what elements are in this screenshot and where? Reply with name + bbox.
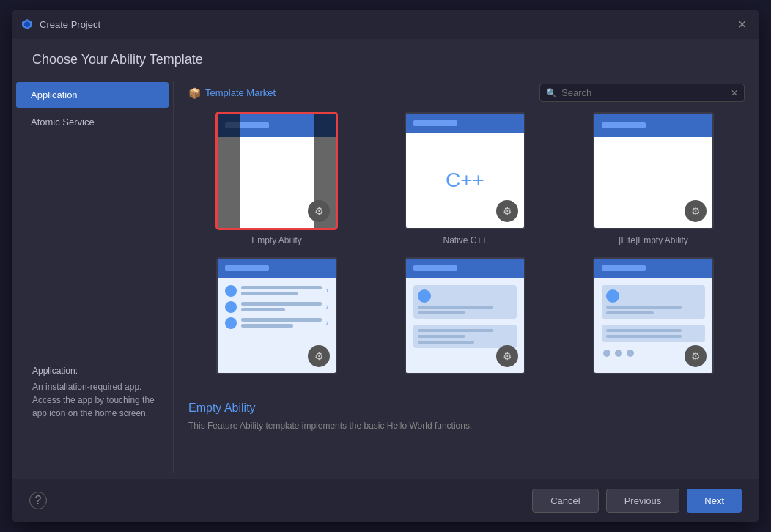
grid-line-4 xyxy=(418,335,465,338)
main-area: Application Atomic Service Application: … xyxy=(12,75,759,479)
list-circle-3 xyxy=(225,317,237,329)
search-icon: 🔍 xyxy=(546,88,557,98)
template-label-lite-empty: [Lite]Empty Ability xyxy=(619,235,688,245)
phone-bar-2 xyxy=(406,114,524,133)
template-header: 📦 Template Market 🔍 ✕ xyxy=(188,84,745,102)
dot-1 xyxy=(603,350,610,357)
grid-line-8 xyxy=(606,329,682,332)
sidebar-item-atomic-service[interactable]: Atomic Service xyxy=(16,109,169,135)
list-line-3 xyxy=(241,302,322,306)
dialog-heading: Choose Your Ability Template xyxy=(32,52,203,67)
phone-bar-text-3 xyxy=(602,122,646,128)
dialog-title: Create Project xyxy=(40,19,733,30)
next-button[interactable]: Next xyxy=(687,489,742,513)
grid-line-7 xyxy=(606,311,654,314)
grid-circle-1 xyxy=(418,289,431,303)
list-arrow-3: › xyxy=(326,319,328,327)
list-circle-2 xyxy=(225,301,237,313)
list-arrow-2: › xyxy=(326,303,328,311)
template-card-list[interactable]: › › xyxy=(188,257,365,380)
phone-bar-text-4 xyxy=(225,265,269,271)
grid-line-6 xyxy=(606,306,682,309)
search-input[interactable] xyxy=(561,87,731,98)
template-thumb-tab: ⚙ xyxy=(593,257,714,374)
template-thumb-native-cpp: C++ ⚙ xyxy=(405,112,525,229)
phone-bar-4 xyxy=(218,259,336,278)
grid-card-4 xyxy=(602,325,705,342)
sidebar-item-application[interactable]: Application xyxy=(16,82,169,108)
badge-icon-1: ⚙ xyxy=(314,205,324,217)
phone-bar-text-5 xyxy=(413,265,457,271)
market-icon: 📦 xyxy=(188,87,201,99)
phone-bar-3 xyxy=(594,114,712,137)
titlebar: Create Project ✕ xyxy=(12,10,759,39)
list-arrow: › xyxy=(326,287,328,295)
badge-icon-3: ⚙ xyxy=(691,205,701,217)
bottom-bar: ? Cancel Previous Next xyxy=(12,479,759,522)
phone-bar-text-2 xyxy=(413,120,457,126)
cancel-button[interactable]: Cancel xyxy=(532,489,598,513)
badge-icon-6: ⚙ xyxy=(691,350,701,362)
template-thumb-empty-ability: ⚙ xyxy=(216,112,337,229)
template-grid-container: ⚙ Empty Ability xyxy=(188,112,745,470)
badge-icon-4: ⚙ xyxy=(314,350,324,362)
template-card-lite-empty[interactable]: ⚙ [Lite]Empty Ability xyxy=(565,112,742,245)
grid-card-1 xyxy=(413,285,517,319)
list-line-1 xyxy=(241,286,322,289)
phone-side-left xyxy=(218,114,240,228)
template-badge-1: ⚙ xyxy=(308,200,330,222)
list-circle xyxy=(225,285,237,297)
badge-icon-5: ⚙ xyxy=(503,350,512,362)
grid-card-3 xyxy=(602,285,705,319)
sidebar: Application Atomic Service Application: … xyxy=(12,75,173,479)
grid-circle-2 xyxy=(606,289,619,303)
grid-line-3 xyxy=(418,329,493,332)
help-icon[interactable]: ? xyxy=(29,492,47,509)
template-area: 📦 Template Market 🔍 ✕ xyxy=(174,75,759,479)
selected-template-description: This Feature Ability template implements… xyxy=(188,419,742,432)
phone-bar-6 xyxy=(594,259,712,278)
list-lines-3 xyxy=(241,318,322,328)
phone-bar-text-6 xyxy=(602,265,646,271)
desc-text: An installation-required app. Access the… xyxy=(32,380,171,420)
grid-line-5 xyxy=(418,341,474,344)
sidebar-list: Application Atomic Service xyxy=(12,75,173,142)
template-thumb-grid: ⚙ xyxy=(405,257,525,374)
list-line-4 xyxy=(241,308,285,311)
template-thumb-lite-empty: ⚙ xyxy=(593,112,714,229)
list-row-2: › xyxy=(225,301,328,313)
list-lines xyxy=(241,286,322,295)
template-badge-6: ⚙ xyxy=(685,345,707,367)
template-card-grid[interactable]: ⚙ xyxy=(377,257,553,380)
sidebar-description: Application: An installation-required ap… xyxy=(32,364,171,420)
template-card-native-cpp[interactable]: C++ ⚙ Native C++ xyxy=(377,112,553,245)
list-row-3: › xyxy=(225,317,328,329)
grid-line-2 xyxy=(418,311,465,314)
template-label-empty-ability: Empty Ability xyxy=(251,235,302,245)
heading-area: Choose Your Ability Template xyxy=(12,39,759,75)
dot-2 xyxy=(615,350,622,357)
grid-line-9 xyxy=(606,335,682,338)
close-button[interactable]: ✕ xyxy=(733,15,750,33)
dialog-content: Choose Your Ability Template Application… xyxy=(12,39,759,479)
search-clear-icon[interactable]: ✕ xyxy=(731,88,738,98)
app-icon xyxy=(21,18,34,31)
desc-title: Application: xyxy=(32,364,171,377)
template-grid: ⚙ Empty Ability xyxy=(188,112,742,388)
grid-card-2 xyxy=(413,325,517,348)
badge-icon-2: ⚙ xyxy=(503,205,512,217)
create-project-dialog: Create Project ✕ Choose Your Ability Tem… xyxy=(12,10,759,522)
template-thumb-list: › › xyxy=(216,257,337,374)
template-card-tab[interactable]: ⚙ xyxy=(565,257,742,380)
bottom-buttons: Cancel Previous Next xyxy=(532,489,742,513)
previous-button[interactable]: Previous xyxy=(606,489,680,513)
template-badge-5: ⚙ xyxy=(496,345,518,367)
template-badge-4: ⚙ xyxy=(308,345,330,367)
phone-bar-5 xyxy=(406,259,524,278)
selected-template-title: Empty Ability xyxy=(188,402,742,415)
list-lines-2 xyxy=(241,302,322,311)
template-market-link[interactable]: 📦 Template Market xyxy=(188,87,276,99)
list-line-5 xyxy=(241,318,322,322)
dot-3 xyxy=(627,350,634,357)
template-card-empty-ability[interactable]: ⚙ Empty Ability xyxy=(188,112,365,245)
